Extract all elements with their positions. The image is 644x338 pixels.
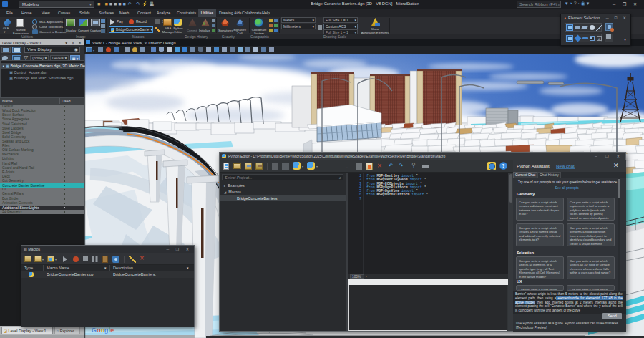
svg-text:Google: Google [92, 327, 114, 334]
